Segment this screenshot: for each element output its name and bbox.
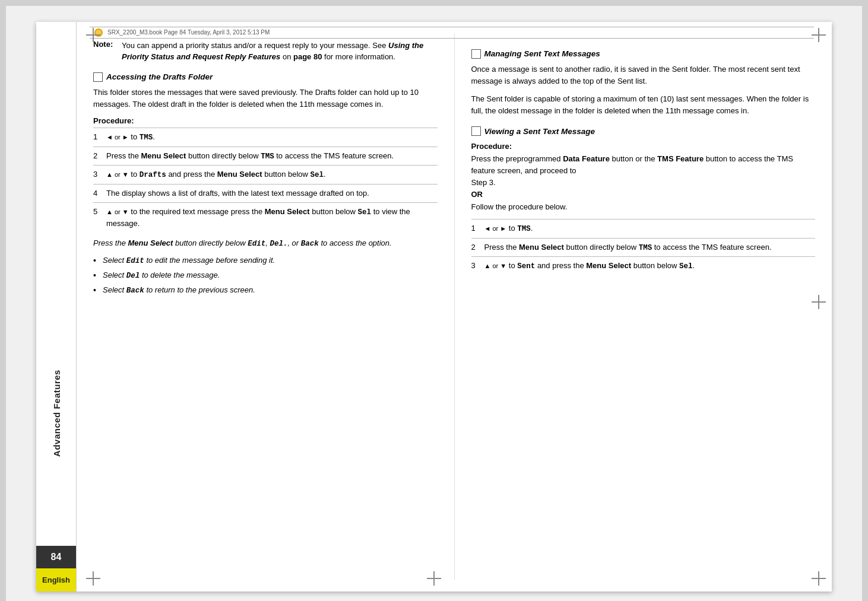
section2-body2: The Sent folder is capable of storing a … — [471, 93, 816, 117]
file-info-bar: SRX_2200_M3.book Page 84 Tuesday, April … — [90, 27, 814, 39]
step-num-r1: 1 — [471, 222, 484, 234]
page-number: 84 — [36, 546, 76, 568]
sidebar: Advanced Features 84 English — [36, 22, 77, 592]
bullet-dot-1: • — [93, 255, 103, 267]
section3-heading: Viewing a Sent Text Message — [471, 126, 816, 136]
step-4: 4 The display shows a list of drafts, wi… — [93, 184, 438, 202]
step-num-3: 3 — [93, 168, 106, 180]
right-column: Managing Sent Text Messages Once a messa… — [455, 34, 832, 580]
step-num-r3: 3 — [471, 260, 484, 272]
section3-icon — [471, 126, 481, 136]
bullet-text-3: Select Back to return to the previous sc… — [103, 284, 255, 297]
left-column: Note: You can append a priority status a… — [77, 34, 455, 580]
section1-body: This folder stores the messages that wer… — [93, 87, 438, 110]
step-1: 1 ◄ or ► to TMS. — [93, 128, 438, 147]
file-info-text: SRX_2200_M3.book Page 84 Tuesday, April … — [107, 29, 270, 36]
section2-body1: Once a message is sent to another radio,… — [471, 63, 816, 87]
step-content-r1: ◄ or ► to TMS. — [484, 222, 816, 235]
bullet-3: • Select Back to return to the previous … — [93, 284, 438, 297]
note-label: Note: — [93, 40, 122, 63]
section3-intro: Press the preprogrammed Data Feature but… — [471, 153, 816, 213]
bullet-dot-2: • — [93, 269, 103, 282]
step-content-2: Press the Menu Select button directly be… — [106, 150, 438, 163]
section2-heading: Managing Sent Text Messages — [471, 49, 816, 59]
step-2: 2 Press the Menu Select button directly … — [93, 147, 438, 166]
step-content-1: ◄ or ► to TMS. — [106, 131, 438, 144]
procedure-label-1: Procedure: — [93, 116, 438, 125]
italic-note: Press the Menu Select button directly be… — [93, 237, 438, 250]
step-num-r2: 2 — [471, 241, 484, 253]
bullet-text-1: Select Edit to edit the message before s… — [103, 255, 275, 267]
bullet-2: • Select Del to delete the message. — [93, 269, 438, 282]
page-wrapper: SRX_2200_M3.book Page 84 Tuesday, April … — [6, 6, 862, 601]
bullet-text-2: Select Del to delete the message. — [103, 269, 220, 282]
step-content-r3: ▲ or ▼ to Sent and press the Menu Select… — [484, 260, 816, 272]
section1-heading-text: Accessing the Drafts Folder — [106, 72, 213, 81]
step-list-2: 1 ◄ or ► to TMS. 2 Press the Menu Select… — [471, 219, 816, 275]
step-r2: 2 Press the Menu Select button directly … — [471, 238, 816, 257]
step-r3: 3 ▲ or ▼ to Sent and press the Menu Sele… — [471, 256, 816, 275]
sidebar-rotated-label: Advanced Features — [36, 354, 77, 473]
language-label: English — [36, 568, 76, 592]
sidebar-label-text: Advanced Features — [52, 370, 62, 457]
step-num-5: 5 — [93, 206, 106, 218]
section3-heading-text: Viewing a Sent Text Message — [484, 127, 595, 136]
crosshair-top-left — [86, 28, 100, 42]
bullet-dot-3: • — [93, 284, 103, 297]
main-content: Note: You can append a priority status a… — [77, 22, 832, 592]
step-list-1: 1 ◄ or ► to TMS. 2 Press the Menu Select… — [93, 128, 438, 233]
step-content-r2: Press the Menu Select button directly be… — [484, 241, 816, 254]
section1-heading: Accessing the Drafts Folder — [93, 72, 438, 82]
step-content-5: ▲ or ▼ to the required text message pres… — [106, 206, 438, 230]
step-5: 5 ▲ or ▼ to the required text message pr… — [93, 202, 438, 233]
section2-heading-text: Managing Sent Text Messages — [484, 49, 600, 58]
crosshair-center-bottom — [427, 571, 441, 586]
section1-icon — [93, 72, 103, 82]
step-content-4: The display shows a list of drafts, with… — [106, 187, 438, 199]
step-3: 3 ▲ or ▼ to Drafts and press the Menu Se… — [93, 165, 438, 184]
crosshair-top-right — [812, 28, 826, 42]
note-text: You can append a priority status and/or … — [122, 40, 438, 63]
step-num-2: 2 — [93, 150, 106, 162]
crosshair-bot-left — [86, 571, 100, 586]
crosshair-bot-right — [812, 571, 826, 586]
note-block: Note: You can append a priority status a… — [93, 40, 438, 63]
step-num-4: 4 — [93, 187, 106, 199]
step-num-1: 1 — [93, 131, 106, 143]
procedure-label-2: Procedure: — [471, 142, 816, 151]
step-r1: 1 ◄ or ► to TMS. — [471, 219, 816, 238]
section2-icon — [471, 49, 481, 59]
step-content-3: ▲ or ▼ to Drafts and press the Menu Sele… — [106, 168, 438, 181]
book-page: SRX_2200_M3.book Page 84 Tuesday, April … — [36, 22, 832, 592]
crosshair-mid-right — [812, 295, 826, 309]
bullet-1: • Select Edit to edit the message before… — [93, 255, 438, 267]
